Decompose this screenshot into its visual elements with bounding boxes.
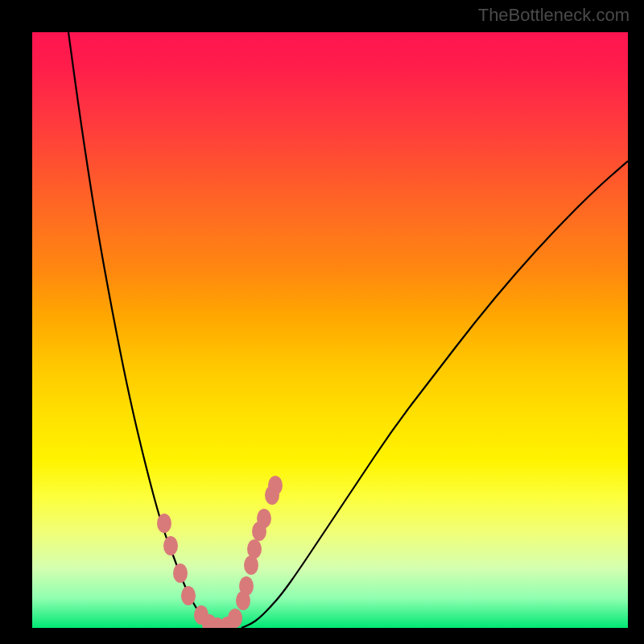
data-point — [252, 522, 266, 541]
data-point — [244, 555, 258, 575]
data-point — [163, 536, 178, 555]
plot-area — [32, 32, 628, 628]
data-point — [265, 485, 279, 505]
data-point — [173, 564, 188, 583]
watermark-text: TheBottleneck.com — [478, 5, 630, 26]
data-markers — [157, 476, 283, 628]
data-point — [157, 514, 171, 533]
data-point — [236, 591, 250, 610]
right-curve — [242, 161, 628, 628]
curve-svg — [32, 32, 628, 628]
left-curve — [68, 32, 220, 628]
data-point — [181, 586, 196, 605]
